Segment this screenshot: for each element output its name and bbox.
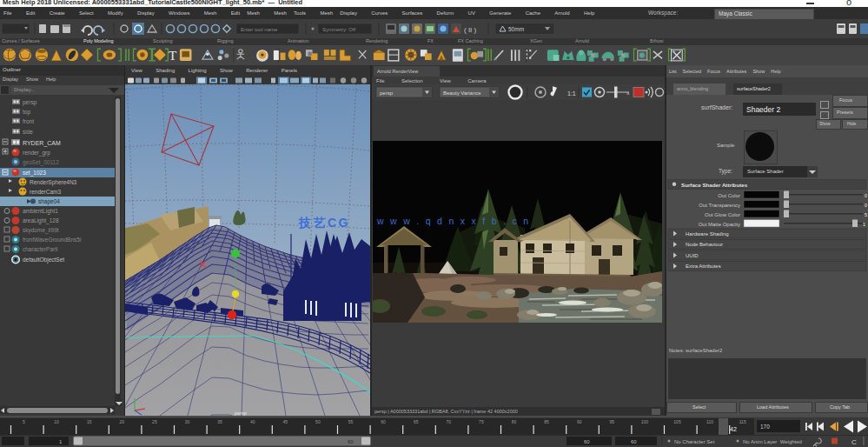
svg-text:UUID: UUID <box>686 253 699 258</box>
svg-text:RenderSphere4N3: RenderSphere4N3 <box>30 179 77 186</box>
svg-text:30: 30 <box>185 419 190 424</box>
svg-text:1:1: 1:1 <box>567 90 576 97</box>
svg-text:ambientLight1: ambientLight1 <box>23 208 58 215</box>
svg-text:50: 50 <box>315 419 321 424</box>
svg-text:115: 115 <box>739 419 746 424</box>
svg-text:0: 0 <box>865 193 867 198</box>
svg-text:85: 85 <box>544 419 549 424</box>
svg-text:60: 60 <box>381 419 386 424</box>
svg-text:90: 90 <box>577 419 582 424</box>
svg-text:65: 65 <box>414 419 419 424</box>
svg-text:Hardware Shading: Hardware Shading <box>686 231 729 237</box>
svg-text:RYDER_CAM: RYDER_CAM <box>23 140 61 147</box>
svg-text:10: 10 <box>54 419 59 424</box>
svg-text:0: 0 <box>865 203 867 208</box>
svg-text:60: 60 <box>584 439 590 444</box>
svg-text:persp: persp <box>23 99 37 106</box>
svg-text:55: 55 <box>348 419 354 424</box>
svg-text:20: 20 <box>120 419 125 424</box>
svg-text:110: 110 <box>706 419 713 424</box>
svg-text:75: 75 <box>479 419 484 424</box>
svg-text:set_1023: set_1023 <box>23 170 46 177</box>
svg-text:Enter tool name: Enter tool name <box>241 27 278 32</box>
svg-text:170: 170 <box>760 424 770 430</box>
svg-text:60: 60 <box>631 439 637 444</box>
svg-text:w w w . q d n x x f b . c n: w w w . q d n x x f b . c n <box>376 216 530 226</box>
svg-text:技艺CG: 技艺CG <box>298 216 350 230</box>
svg-text:areaLight_128: areaLight_128 <box>23 217 59 224</box>
svg-text:persp: persp <box>380 90 394 96</box>
svg-text:No Character Set: No Character Set <box>674 439 715 444</box>
svg-text:70: 70 <box>447 419 452 424</box>
svg-text:100: 100 <box>641 419 649 424</box>
svg-text:Out Transparency: Out Transparency <box>699 203 740 208</box>
svg-text:25: 25 <box>152 419 157 424</box>
svg-text:top: top <box>23 109 30 116</box>
svg-text:front: front <box>23 118 34 124</box>
svg-text:side: side <box>23 129 33 135</box>
svg-text:15: 15 <box>87 419 92 424</box>
svg-text:Symmetry: Off: Symmetry: Off <box>322 27 356 32</box>
svg-text:renderCam3: renderCam3 <box>30 189 62 195</box>
svg-text:35: 35 <box>217 419 222 424</box>
svg-text:( II ): ( II ) <box>464 26 477 34</box>
svg-text:105: 105 <box>673 419 681 424</box>
svg-text:Extra Attributes: Extra Attributes <box>686 264 721 269</box>
svg-text:Beauty Variance: Beauty Variance <box>443 90 481 96</box>
svg-text:Out Matte Opacity: Out Matte Opacity <box>699 222 740 227</box>
svg-text:shape04: shape04 <box>38 198 60 205</box>
svg-text:C: C <box>851 438 857 446</box>
svg-text:50mm: 50mm <box>508 26 524 32</box>
svg-text:characterPartl: characterPartl <box>23 246 58 252</box>
svg-text:Out Glow Color: Out Glow Color <box>705 212 740 217</box>
svg-text:5: 5 <box>23 419 25 424</box>
svg-text:render_grp: render_grp <box>23 150 50 157</box>
svg-text:Surface Shader Attributes: Surface Shader Attributes <box>681 182 748 188</box>
svg-text:defaultObjectSet: defaultObjectSet <box>23 257 64 264</box>
svg-text:80: 80 <box>512 419 517 424</box>
svg-text:frontWaveGroundBns5l: frontWaveGroundBns5l <box>23 237 82 243</box>
svg-text:42: 42 <box>730 426 737 432</box>
svg-text:40: 40 <box>250 419 255 424</box>
svg-text:60: 60 <box>348 439 354 444</box>
svg-text:95: 95 <box>610 419 615 424</box>
svg-text:No Anim Layer Weighted: No Anim Layer Weighted <box>743 439 802 444</box>
svg-text:skydome_li99t: skydome_li99t <box>23 227 59 234</box>
svg-text:Node Behaviour: Node Behaviour <box>686 242 723 247</box>
svg-text:T: T <box>169 48 177 63</box>
svg-text:1: 1 <box>863 222 865 227</box>
svg-text:geoSet_00112: geoSet_00112 <box>23 159 59 166</box>
svg-text:5: 5 <box>865 212 867 217</box>
svg-text:Out Color: Out Color <box>718 193 740 198</box>
svg-text:45: 45 <box>283 419 288 424</box>
